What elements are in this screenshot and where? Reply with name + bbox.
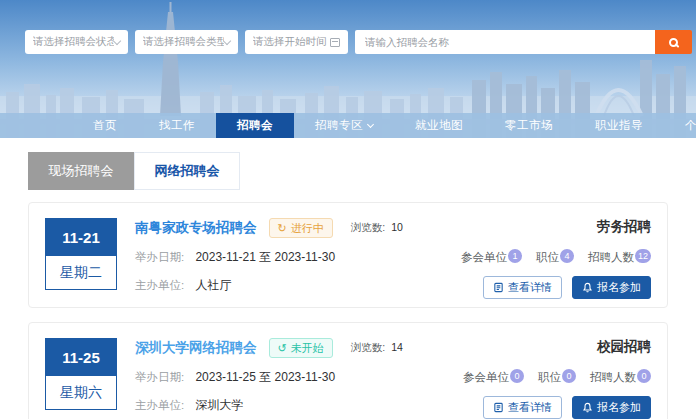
nav-item-job-fair[interactable]: 招聘会 <box>216 113 294 138</box>
fair-actions: 查看详情 报名参加 <box>483 396 651 419</box>
fair-type-tabs: 现场招聘会 网络招聘会 <box>28 152 668 190</box>
stat-positions-count: 4 <box>560 249 574 263</box>
status-badge: ↺ 未开始 <box>269 338 333 358</box>
stat-headcount: 招聘人数12 <box>588 249 651 265</box>
stat-positions: 职位4 <box>536 249 574 265</box>
stat-participants-count: 1 <box>508 249 522 263</box>
document-icon <box>493 402 504 413</box>
start-date-picker[interactable]: 请选择开始时间 <box>245 30 348 54</box>
document-icon <box>493 282 504 293</box>
organizer-value: 人社厅 <box>195 278 231 292</box>
chevron-down-icon <box>367 121 374 128</box>
stat-positions: 职位0 <box>538 369 576 385</box>
view-details-button[interactable]: 查看详情 <box>483 396 562 419</box>
fair-type-select[interactable]: 请选择招聘会类型 <box>135 30 238 54</box>
refresh-icon: ↻ <box>278 221 287 235</box>
stat-headcount: 招聘人数0 <box>590 369 651 385</box>
view-details-button[interactable]: 查看详情 <box>483 276 562 299</box>
stat-headcount-count: 12 <box>635 249 651 263</box>
organizer-label: 主办单位: <box>135 279 184 291</box>
fair-weekday: 星期六 <box>45 376 117 410</box>
fair-status-placeholder: 请选择招聘会状态 <box>33 35 114 49</box>
nav-item-personal-center[interactable]: 个人中心 <box>664 113 696 138</box>
bell-icon <box>582 282 593 293</box>
stat-headcount-count: 0 <box>637 369 651 383</box>
fair-card: 11-21 星期二 南粤家政专场招聘会 ↻ 进行中 浏览数:10 举办日期: 2… <box>28 202 668 308</box>
search-icon <box>669 38 678 47</box>
nav-item-recruit-zone-label: 招聘专区 <box>315 118 363 133</box>
fair-status-select[interactable]: 请选择招聘会状态 <box>25 30 128 54</box>
chevron-down-icon <box>223 36 231 44</box>
nav-item-career-guidance[interactable]: 职业指导 <box>574 113 664 138</box>
nav-item-recruit-zone[interactable]: 招聘专区 <box>294 113 394 138</box>
held-date-label: 举办日期: <box>135 371 184 383</box>
fair-category: 校园招聘 <box>597 338 651 356</box>
register-button[interactable]: 报名参加 <box>572 276 651 299</box>
view-count: 浏览数:10 <box>351 221 403 235</box>
register-button[interactable]: 报名参加 <box>572 396 651 419</box>
tab-onsite-fair[interactable]: 现场招聘会 <box>28 152 134 190</box>
fair-card: 11-25 星期六 深圳大学网络招聘会 ↺ 未开始 浏览数:14 举办日期: 2… <box>28 322 668 419</box>
nav-item-gig-market[interactable]: 零工市场 <box>484 113 574 138</box>
held-date-label: 举办日期: <box>135 251 184 263</box>
fair-card-right: 校园招聘 参会单位0 职位0 招聘人数0 查看详情 <box>449 338 651 414</box>
chevron-down-icon <box>113 36 121 44</box>
fair-list-page: 现场招聘会 网络招聘会 11-21 星期二 南粤家政专场招聘会 ↻ 进行中 浏览… <box>0 138 696 419</box>
nav-item-find-job[interactable]: 找工作 <box>138 113 216 138</box>
fair-info: 南粤家政专场招聘会 ↻ 进行中 浏览数:10 举办日期: 2023-11-21 … <box>135 218 447 294</box>
stat-positions-count: 0 <box>562 369 576 383</box>
view-count-label: 浏览数: <box>351 221 385 233</box>
nav-item-employment-map[interactable]: 就业地图 <box>394 113 484 138</box>
status-label: 未开始 <box>291 341 324 355</box>
fair-info: 深圳大学网络招聘会 ↺ 未开始 浏览数:14 举办日期: 2023-11-25 … <box>135 338 449 414</box>
fair-weekday: 星期二 <box>45 256 117 290</box>
fair-date-box: 11-25 星期六 <box>45 338 117 414</box>
held-date-value: 2023-11-21 至 2023-11-30 <box>195 250 335 264</box>
organizer-label: 主办单位: <box>135 399 184 411</box>
fair-stats: 参会单位0 职位0 招聘人数0 <box>449 369 651 385</box>
fair-card-right: 劳务招聘 参会单位1 职位4 招聘人数12 查看详情 <box>447 218 651 294</box>
view-count-value: 14 <box>391 341 403 353</box>
nav-item-home[interactable]: 首页 <box>72 113 138 138</box>
fair-date: 11-21 <box>45 218 117 256</box>
bell-icon <box>582 402 593 413</box>
header-banner: 请选择招聘会状态 请选择招聘会类型 请选择开始时间 首页 找工作 招聘会 招聘专… <box>0 0 696 138</box>
fair-title-link[interactable]: 深圳大学网络招聘会 <box>135 339 257 357</box>
view-count: 浏览数:14 <box>351 341 403 355</box>
view-count-label: 浏览数: <box>351 341 385 353</box>
held-date-value: 2023-11-25 至 2023-11-30 <box>195 370 335 384</box>
main-nav: 首页 找工作 招聘会 招聘专区 就业地图 零工市场 职业指导 个人中心 <box>0 113 696 138</box>
fair-stats: 参会单位1 职位4 招聘人数12 <box>447 249 651 265</box>
stat-participants: 参会单位1 <box>461 249 522 265</box>
calendar-icon <box>330 38 340 47</box>
fair-date: 11-25 <box>45 338 117 376</box>
start-date-placeholder: 请选择开始时间 <box>253 35 330 49</box>
fair-actions: 查看详情 报名参加 <box>483 276 651 299</box>
tab-online-fair[interactable]: 网络招聘会 <box>134 152 240 190</box>
stat-participants: 参会单位0 <box>463 369 524 385</box>
fair-type-placeholder: 请选择招聘会类型 <box>143 35 224 49</box>
fair-category: 劳务招聘 <box>597 218 651 236</box>
clock-restart-icon: ↺ <box>278 341 287 355</box>
view-count-value: 10 <box>391 221 403 233</box>
status-label: 进行中 <box>291 221 324 235</box>
search-button[interactable] <box>655 30 692 54</box>
fair-name-input[interactable] <box>355 30 655 54</box>
organizer-value: 深圳大学 <box>195 398 243 412</box>
fair-title-link[interactable]: 南粤家政专场招聘会 <box>135 219 257 237</box>
status-badge: ↻ 进行中 <box>269 218 333 238</box>
search-box <box>355 30 692 54</box>
filter-bar: 请选择招聘会状态 请选择招聘会类型 请选择开始时间 <box>25 30 692 54</box>
stat-participants-count: 0 <box>510 369 524 383</box>
fair-date-box: 11-21 星期二 <box>45 218 117 294</box>
